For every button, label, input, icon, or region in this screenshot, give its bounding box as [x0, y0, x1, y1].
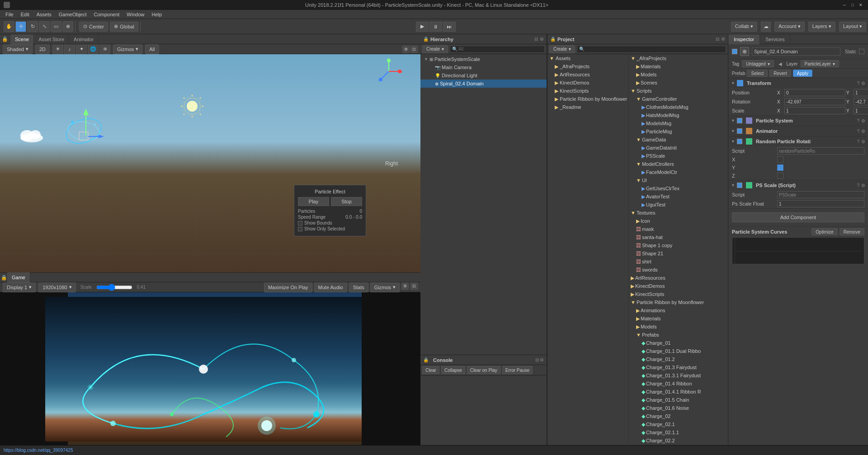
prefab-select-button[interactable]: Select: [747, 70, 768, 77]
proj-assets-root[interactable]: ▼ Assets: [547, 54, 628, 62]
rp-settings-icon[interactable]: ⚙: [861, 139, 865, 144]
error-pause-button[interactable]: Error Pause: [502, 366, 533, 374]
proj-prefab-charge013[interactable]: ◆Charge_01.3 Fairydust: [629, 363, 728, 371]
menu-assets[interactable]: Assets: [33, 10, 55, 19]
menu-window[interactable]: Window: [123, 10, 148, 19]
proj-item-avatortest[interactable]: ▶AvatorTest: [629, 192, 728, 201]
menu-edit[interactable]: Edit: [17, 10, 33, 19]
proj-prefab-charge0211[interactable]: ◆Charge_02.1.1: [629, 428, 728, 436]
scene-fullscreen-btn[interactable]: ⊡: [410, 46, 418, 53]
play-particle-button[interactable]: Play: [298, 197, 329, 206]
proj-item-shape1copy[interactable]: 🖼Shape 1 copy: [629, 241, 728, 249]
project-create-dropdown[interactable]: Create▾: [549, 45, 575, 53]
optimize-button[interactable]: Optimize: [811, 228, 837, 235]
tab-game[interactable]: Game: [7, 272, 30, 282]
scene-fog-btn[interactable]: ≋: [99, 44, 110, 55]
project-settings-btn[interactable]: ⚙: [721, 37, 725, 42]
proj-readme[interactable]: ▶ _Readme: [547, 103, 628, 111]
transform-settings-icon[interactable]: ⚙: [861, 81, 865, 86]
proj-prefab-charge012[interactable]: ◆Charge_01.2: [629, 355, 728, 363]
prefab-revert-button[interactable]: Revert: [769, 70, 791, 77]
console-settings-btn[interactable]: ⚙: [540, 357, 544, 362]
clear-button[interactable]: Clear: [422, 366, 439, 374]
proj-prefab-charge03[interactable]: ◆Charge_03: [629, 445, 728, 445]
rp-script-dropdown[interactable]: randomParticleRo: [777, 147, 864, 155]
menu-file[interactable]: File: [2, 10, 17, 19]
proj-item-swords[interactable]: 🖼swords: [629, 266, 728, 274]
pos-y-input[interactable]: [854, 89, 868, 96]
menu-component[interactable]: Component: [90, 10, 123, 19]
resolution-dropdown[interactable]: 1920x1080▾: [38, 282, 75, 292]
scale-slider[interactable]: [96, 284, 132, 291]
proj-item-materials2[interactable]: ▶Materials: [629, 314, 728, 323]
scene-fx-btn[interactable]: ✦: [76, 44, 87, 55]
step-button[interactable]: ⏭: [443, 22, 456, 32]
tool-hand[interactable]: ✋: [4, 21, 14, 32]
pos-x-input[interactable]: [784, 89, 845, 96]
proj-item-artresources[interactable]: ▶ArtResources: [629, 274, 728, 282]
menu-help[interactable]: Help: [148, 10, 165, 19]
rp-enabled-checkbox[interactable]: [737, 139, 742, 144]
proj-item-mask[interactable]: 🖼mask: [629, 225, 728, 233]
hierarchy-expand-btn[interactable]: ⊟: [534, 37, 538, 42]
clear-on-play-button[interactable]: Clear on Play: [467, 366, 500, 374]
proj-prefab-charge014[interactable]: ◆Charge_01.4 Ribbon: [629, 380, 728, 388]
rot-y-input[interactable]: [854, 98, 868, 105]
pss-settings-icon[interactable]: ⚙: [861, 183, 865, 188]
proj-item-facemodelctr[interactable]: ▶FaceModelCtr: [629, 168, 728, 176]
rp-x-checkbox[interactable]: [777, 156, 783, 163]
proj-item-gamedatainit[interactable]: ▶GameDataInit: [629, 144, 728, 152]
scale-y-input[interactable]: [854, 107, 868, 114]
proj-item-gamecontroller[interactable]: ▼GameController: [629, 95, 728, 103]
object-name-input[interactable]: [752, 47, 840, 56]
shading-dropdown[interactable]: Shaded▾: [3, 44, 33, 54]
proj-prefab-charge011[interactable]: ◆Charge_01.1 Dual Ribbo: [629, 347, 728, 355]
show-only-selected-checkbox[interactable]: [298, 227, 302, 231]
tool-rotate[interactable]: ↻: [27, 21, 38, 32]
proj-item-particleribbon[interactable]: ▼Particle Ribbon by Moonflower: [629, 298, 728, 306]
random-particle-header[interactable]: ▼ Random Particle Rotati ? ⚙: [728, 136, 868, 146]
global-button[interactable]: ⊕Global: [110, 22, 138, 32]
hierarchy-item-maincamera[interactable]: 📷 Main Camera: [420, 63, 547, 71]
show-bounds-checkbox[interactable]: [298, 221, 302, 225]
pss-help-icon[interactable]: ?: [857, 183, 859, 188]
collab-button[interactable]: Collab ▾: [731, 22, 757, 32]
proj-prefab-charge022[interactable]: ◆Charge_02.2: [629, 436, 728, 445]
status-url[interactable]: https://blog.csdn.net/qq_39097425: [4, 448, 73, 453]
proj-item-clothesmodelsmsg[interactable]: ▶ClothesModelsMsg: [629, 103, 728, 111]
menu-gameobject[interactable]: GameObject: [55, 10, 90, 19]
hierarchy-item-directionallight[interactable]: 💡 Directional Light: [420, 71, 547, 80]
proj-item-gamedata[interactable]: ▼GameData: [629, 136, 728, 144]
tab-inspector[interactable]: Inspector: [728, 34, 760, 44]
stats-button[interactable]: Stats: [349, 282, 368, 292]
stop-particle-button[interactable]: Stop: [331, 197, 362, 206]
animator-settings-icon[interactable]: ⚙: [861, 129, 865, 134]
hierarchy-settings-btn[interactable]: ⚙: [540, 37, 544, 42]
object-active-checkbox[interactable]: [732, 49, 737, 54]
proj-item-animations[interactable]: ▶Animations: [629, 306, 728, 314]
psscale-header[interactable]: ▼ PS Scale (Script) ? ⚙: [728, 180, 868, 190]
proj-item-psscale[interactable]: ▶PSScale: [629, 152, 728, 160]
proj-item-textures[interactable]: ▼Textures: [629, 209, 728, 217]
cloud-button[interactable]: ☁: [761, 22, 771, 32]
hierarchy-item-particlesystemscale[interactable]: ▼ ⊞ ParticleSystemScale: [420, 55, 547, 63]
display-dropdown[interactable]: Display 1▾: [3, 282, 36, 292]
gizmos-dropdown[interactable]: Gizmos▾: [113, 44, 142, 54]
scene-light-btn[interactable]: ☀: [52, 44, 63, 55]
proj-item-prefabs[interactable]: ▼Prefabs: [629, 331, 728, 339]
proj-item-models[interactable]: ▶Models: [629, 70, 728, 79]
proj-item-scripts[interactable]: ▼Scripts: [629, 87, 728, 95]
proj-item-getusesclrtex[interactable]: ▶GetUsesClrTex: [629, 184, 728, 192]
maximize-on-play-button[interactable]: Maximize On Play: [264, 282, 312, 292]
proj-prefab-charge016[interactable]: ◆Charge_01.6 Noise: [629, 404, 728, 412]
proj-kinectscripts[interactable]: ▶ KinectScripts: [547, 87, 628, 95]
proj-item-afraprojects[interactable]: ▼_AfraProjects: [629, 54, 728, 62]
transform-help-icon[interactable]: ?: [857, 81, 859, 86]
tool-scale[interactable]: ⤡: [39, 21, 50, 32]
proj-afraprojects[interactable]: ▶ _AfraProjects: [547, 62, 628, 70]
transform-header[interactable]: ▼ Transform ? ⚙: [728, 78, 868, 88]
proj-item-modelctrollers[interactable]: ▼ModelCtrollers: [629, 160, 728, 168]
animator-help-icon[interactable]: ?: [857, 129, 859, 134]
animator-enabled-checkbox[interactable]: [737, 128, 742, 134]
scene-settings-btn[interactable]: ⚙: [402, 46, 410, 53]
